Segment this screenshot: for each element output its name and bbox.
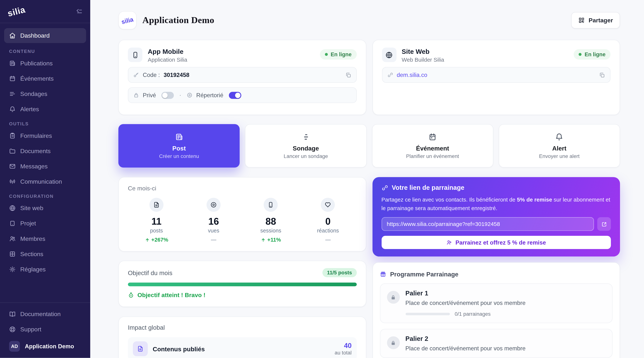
sidebar-item-membres[interactable]: Membres <box>4 232 86 245</box>
gift-icon <box>380 271 386 277</box>
copy-url-icon[interactable] <box>599 72 605 78</box>
tier-progress-row: 0/1 parrainages <box>406 311 526 317</box>
listed-toggle[interactable] <box>229 92 241 99</box>
action-label: Post <box>172 145 186 152</box>
stat-change: — <box>211 237 216 243</box>
action-description: Planifier un événement <box>406 153 459 159</box>
stat-reactions: 0 réactions — <box>300 198 357 243</box>
main-content: silia Application Demo Partager App Mobi… <box>90 0 644 358</box>
sidebar-item-documentation[interactable]: Documentation <box>4 308 86 320</box>
copy-code-icon[interactable] <box>345 72 351 78</box>
goal-progress-fill <box>128 283 356 286</box>
sidebar-item-support[interactable]: Support <box>4 323 86 336</box>
lifebuoy-icon <box>9 326 16 333</box>
lock-icon <box>133 92 139 98</box>
referral-title-row: Votre lien de parrainage <box>382 184 611 191</box>
site-web-card: Site Web Web Builder Silia En ligne dem.… <box>372 40 620 115</box>
disc-icon <box>187 92 192 98</box>
poll-lines-icon <box>302 133 310 141</box>
site-web-titles: Site Web Web Builder Silia <box>402 45 444 63</box>
share-button[interactable]: Partager <box>571 12 620 28</box>
app-mobile-card: App Mobile Application Silia En ligne Co… <box>118 40 366 115</box>
disc-icon <box>207 198 221 212</box>
stat-posts: 11 posts +267% <box>128 198 185 243</box>
sidebar-item-sections[interactable]: Sections <box>4 248 86 260</box>
sidebar-item-projet[interactable]: Projet <box>4 217 86 230</box>
stat-change: — <box>325 237 331 243</box>
link-icon <box>387 72 393 78</box>
avatar: AD <box>9 341 20 352</box>
referral-desc-bold: 5% de remise <box>517 197 552 203</box>
arrow-up-icon <box>261 237 266 242</box>
status-label: En ligne <box>584 51 606 57</box>
referral-button[interactable]: Parrainez et offrez 5 % de remise <box>382 236 611 249</box>
action-description: Envoyer une alert <box>539 153 580 159</box>
sidebar-item-formulaires[interactable]: Formulaires <box>4 129 86 142</box>
sidebar-item-label: Messages <box>20 163 48 170</box>
monthly-stats-card: Ce mois-ci 11 posts +267% <box>118 177 366 252</box>
card-title: App Mobile <box>148 48 187 55</box>
open-link-button[interactable] <box>597 217 611 231</box>
referral-button-label: Parrainez et offrez 5 % de remise <box>456 239 546 246</box>
lock-icon <box>387 291 400 304</box>
account-row[interactable]: AD Application Demo <box>4 339 86 354</box>
stat-sessions: 88 sessions +11% <box>242 198 300 243</box>
clipboard-icon <box>9 132 16 139</box>
sidebar-item-alertes[interactable]: Alertes <box>4 103 86 115</box>
sidebar-item-messages[interactable]: Messages <box>4 160 86 173</box>
home-icon <box>9 32 16 39</box>
sidebar-item-label: Membres <box>20 235 45 242</box>
referral-title: Votre lien de parrainage <box>392 184 464 191</box>
sidebar-item-site-web[interactable]: Site web <box>4 202 86 214</box>
private-toggle[interactable] <box>161 92 174 99</box>
sidebar-item-dashboard[interactable]: Dashboard <box>4 28 86 43</box>
referral-link-input[interactable] <box>382 217 594 231</box>
newspaper-icon <box>175 133 183 141</box>
sidebar-item-communication[interactable]: Communication <box>4 175 86 188</box>
referral-description: Partagez ce lien avec vos contacts. Ils … <box>382 195 611 213</box>
stat-value: 11 <box>152 216 162 227</box>
action-evenement[interactable]: Événement Planifier un événement <box>372 124 493 167</box>
card-subtitle: Web Builder Silia <box>402 57 444 63</box>
tier-2: Palier 2 Place de concert/événement pour… <box>380 329 612 358</box>
globe-icon <box>382 47 396 62</box>
collapse-sidebar-icon[interactable] <box>76 8 83 15</box>
stat-value: 16 <box>208 216 219 227</box>
silia-logo-mark: silia <box>121 15 134 25</box>
sidebar-item-reglages[interactable]: Réglages <box>4 263 86 276</box>
site-web-header: Site Web Web Builder Silia En ligne <box>382 45 610 63</box>
separator-dot: · <box>179 91 182 99</box>
tier-content: Palier 2 Place de concert/événement pour… <box>406 335 526 352</box>
online-dot-icon <box>325 53 328 56</box>
action-label: Événement <box>416 145 449 152</box>
sidebar-item-sondages[interactable]: Sondages <box>4 88 86 100</box>
sidebar-item-evenements[interactable]: Événements <box>4 72 86 85</box>
impact-row-label: Contenus publiés <box>153 345 205 353</box>
referral-link-row <box>382 217 611 231</box>
sidebar-item-documents[interactable]: Documents <box>4 145 86 157</box>
key-icon <box>133 72 139 78</box>
action-sondage[interactable]: Sondage Lancer un sondage <box>245 124 366 167</box>
action-alert[interactable]: Alert Envoyer une alert <box>499 124 620 167</box>
stat-value: 88 <box>266 216 276 227</box>
stat-change-value: +267% <box>151 237 168 243</box>
program-title: Programme Parrainage <box>390 271 458 278</box>
sidebar-section-contenu: CONTENU <box>9 49 81 54</box>
envelope-icon <box>9 163 16 170</box>
site-url-link[interactable]: dem.silia.co <box>397 71 427 78</box>
document-icon <box>133 341 148 356</box>
goal-message-text: Objectif atteint ! Bravo ! <box>137 292 205 298</box>
bell-icon <box>9 106 16 113</box>
sidebar-section-outils: OUTILS <box>9 121 81 126</box>
action-post[interactable]: Post Créer un contenu <box>118 124 240 167</box>
tier-progress-track <box>406 313 450 315</box>
impact-value: 40 <box>335 342 352 350</box>
heart-icon <box>321 198 335 212</box>
listed-label: Répertorié <box>196 92 223 98</box>
code-label: Code : <box>143 71 160 78</box>
sidebar-item-publications[interactable]: Publications <box>4 57 86 70</box>
top-cards-row: App Mobile Application Silia En ligne Co… <box>118 40 620 115</box>
sidebar-item-label: Événements <box>20 75 54 82</box>
toggle-knob <box>235 92 240 98</box>
arrow-up-icon <box>145 237 150 242</box>
